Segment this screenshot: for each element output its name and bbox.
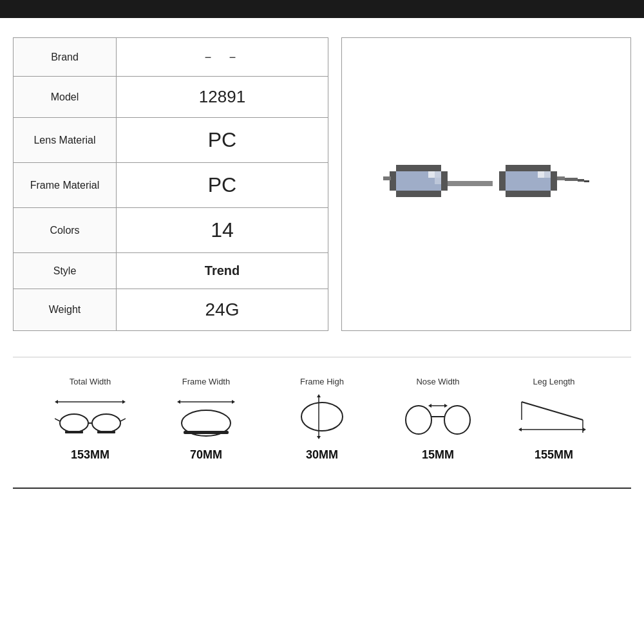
table-label: Colors xyxy=(14,208,117,253)
svg-rect-13 xyxy=(441,178,448,184)
dimension-label: Nose Width xyxy=(416,377,459,386)
table-value: Trend xyxy=(117,253,328,289)
main-content: Brand－ －Model12891Lens MaterialPCFrame M… xyxy=(0,18,644,481)
table-row: Model12891 xyxy=(14,77,328,118)
svg-rect-6 xyxy=(428,165,435,171)
svg-point-64 xyxy=(60,414,88,432)
svg-rect-70 xyxy=(97,431,115,433)
svg-point-79 xyxy=(301,402,343,431)
table-row: Frame MaterialPC xyxy=(14,163,328,208)
bottom-line xyxy=(13,488,631,489)
svg-rect-33 xyxy=(499,171,506,178)
page-header xyxy=(0,0,644,18)
svg-rect-24 xyxy=(435,171,441,178)
table-label: Model xyxy=(14,77,117,118)
product-info-table: Brand－ －Model12891Lens MaterialPCFrame M… xyxy=(13,37,328,331)
table-label: Brand xyxy=(14,38,117,77)
svg-rect-54 xyxy=(538,171,544,178)
svg-marker-72 xyxy=(177,400,180,404)
table-row: StyleTrend xyxy=(14,253,328,289)
svg-rect-47 xyxy=(512,191,518,197)
top-section: Brand－ －Model12891Lens MaterialPCFrame M… xyxy=(13,37,631,331)
dimension-item: Leg Length 155MM xyxy=(518,377,589,462)
svg-rect-35 xyxy=(512,165,518,171)
svg-rect-28 xyxy=(460,181,467,186)
svg-rect-49 xyxy=(525,191,531,197)
svg-rect-57 xyxy=(557,176,565,180)
svg-rect-31 xyxy=(480,181,486,186)
svg-marker-90 xyxy=(518,428,522,431)
svg-marker-91 xyxy=(583,428,586,431)
svg-rect-1 xyxy=(396,165,402,171)
svg-rect-43 xyxy=(499,184,506,191)
svg-rect-23 xyxy=(428,171,435,178)
table-row: Weight24G xyxy=(14,289,328,331)
svg-rect-56 xyxy=(383,176,391,180)
svg-rect-12 xyxy=(441,171,448,178)
svg-rect-38 xyxy=(531,165,538,171)
svg-rect-4 xyxy=(415,165,422,171)
svg-rect-42 xyxy=(499,178,506,184)
table-value: 12891 xyxy=(117,77,328,118)
leg-length-icon xyxy=(518,394,589,439)
svg-rect-75 xyxy=(184,431,229,434)
dimension-label: Total Width xyxy=(70,377,111,386)
svg-rect-5 xyxy=(422,165,428,171)
svg-rect-34 xyxy=(506,165,512,171)
total-width-icon xyxy=(55,394,126,439)
dimension-label: Frame High xyxy=(300,377,344,386)
table-label: Style xyxy=(14,253,117,289)
svg-rect-30 xyxy=(473,181,480,186)
svg-marker-73 xyxy=(232,400,235,404)
svg-rect-69 xyxy=(65,431,83,433)
svg-rect-19 xyxy=(422,191,428,197)
dimension-value: 30MM xyxy=(306,448,338,462)
svg-rect-32 xyxy=(486,181,493,186)
table-value: PC xyxy=(117,118,328,163)
svg-marker-62 xyxy=(55,400,58,404)
svg-point-81 xyxy=(444,406,470,434)
svg-rect-48 xyxy=(518,191,525,197)
svg-line-87 xyxy=(522,402,583,420)
table-value: 24G xyxy=(117,289,328,331)
svg-rect-58 xyxy=(565,178,578,181)
svg-point-65 xyxy=(92,414,120,432)
svg-rect-37 xyxy=(525,165,531,171)
svg-rect-15 xyxy=(396,191,402,197)
svg-rect-16 xyxy=(402,191,409,197)
svg-rect-14 xyxy=(441,184,448,191)
svg-rect-3 xyxy=(409,165,415,171)
svg-line-67 xyxy=(55,419,60,421)
svg-rect-40 xyxy=(544,165,551,171)
svg-rect-46 xyxy=(506,191,512,197)
svg-marker-63 xyxy=(122,400,126,404)
svg-rect-25 xyxy=(435,178,441,184)
svg-rect-59 xyxy=(578,179,584,182)
dimension-item: Frame High 30MM xyxy=(287,377,357,462)
frame-high-icon xyxy=(287,394,357,439)
svg-rect-2 xyxy=(402,165,409,171)
dimension-value: 155MM xyxy=(535,448,573,462)
svg-rect-50 xyxy=(531,191,538,197)
product-image-container xyxy=(341,37,631,331)
dimension-value: 15MM xyxy=(422,448,454,462)
svg-rect-27 xyxy=(454,181,460,186)
svg-rect-26 xyxy=(448,181,454,186)
dimension-item: Total Width 153MM xyxy=(55,377,126,462)
product-image xyxy=(383,146,589,223)
svg-line-68 xyxy=(120,419,126,421)
dimension-label: Frame Width xyxy=(182,377,230,386)
dimension-item: Nose Width 15MM xyxy=(402,377,473,462)
dimension-value: 70MM xyxy=(190,448,222,462)
table-value: － － xyxy=(117,38,328,77)
svg-rect-52 xyxy=(544,191,551,197)
svg-rect-20 xyxy=(428,191,435,197)
frame-width-icon xyxy=(171,394,242,439)
svg-marker-77 xyxy=(317,394,321,397)
svg-rect-45 xyxy=(551,184,557,191)
table-value: 14 xyxy=(117,208,328,253)
svg-rect-29 xyxy=(467,181,473,186)
svg-rect-60 xyxy=(584,180,589,182)
table-row: Brand－ － xyxy=(14,38,328,77)
table-value: PC xyxy=(117,163,328,208)
